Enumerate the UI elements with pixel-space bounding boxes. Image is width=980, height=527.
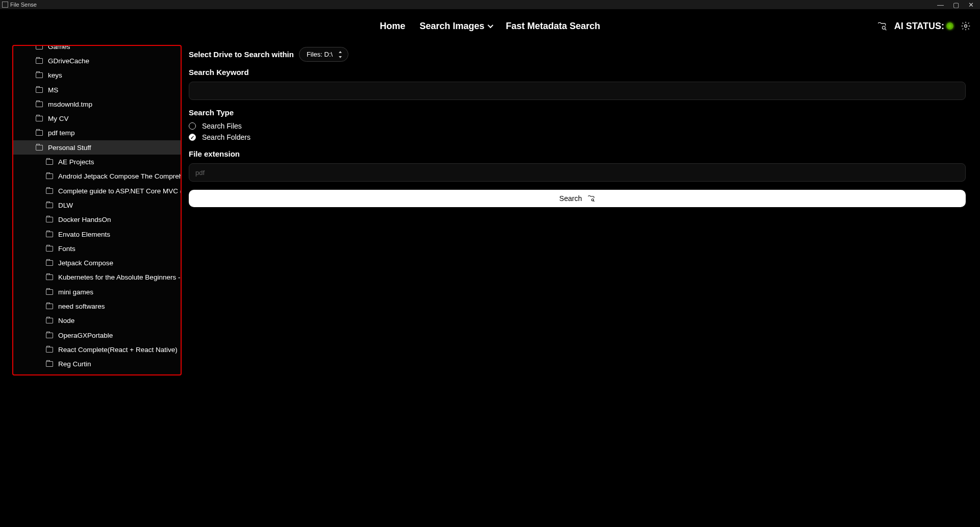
tree-item[interactable]: GDriveCache xyxy=(13,54,181,68)
tree-item-label: DLW xyxy=(58,202,73,209)
folder-icon xyxy=(46,361,53,367)
nav-fast-metadata[interactable]: Fast Metadata Search xyxy=(506,21,600,32)
tree-item[interactable]: Fonts xyxy=(13,241,181,256)
maximize-button[interactable]: ▢ xyxy=(953,2,959,8)
nav-home[interactable]: Home xyxy=(380,21,405,32)
tree-item[interactable]: DLW xyxy=(13,198,181,212)
folder-icon xyxy=(46,188,53,194)
spinner-icon xyxy=(338,51,343,58)
search-button-label: Search xyxy=(559,194,582,203)
ai-status: AI STATUS: xyxy=(894,21,953,32)
tree-item-label: Games xyxy=(48,45,70,51)
nav-search-images[interactable]: Search Images xyxy=(419,21,491,32)
ext-input[interactable] xyxy=(189,163,966,182)
radio-search-files[interactable]: Search Files xyxy=(189,122,966,130)
folder-icon xyxy=(46,173,53,179)
tree-item-label: Docker HandsOn xyxy=(58,216,111,223)
folder-icon xyxy=(46,203,53,208)
tree-item-label: Fonts xyxy=(58,245,76,253)
tree-item-label: msdownld.tmp xyxy=(48,101,92,108)
tree-item[interactable]: pdf temp xyxy=(13,126,181,140)
tree-item-label: AE Projects xyxy=(58,158,94,166)
tree-item[interactable]: Reg Curtin xyxy=(13,357,181,371)
keyword-input[interactable] xyxy=(189,82,966,100)
nav-home-label: Home xyxy=(380,21,405,32)
folder-icon xyxy=(46,217,53,222)
app-title: File Sense xyxy=(10,2,37,8)
tree-item-label: Reg Curtin xyxy=(58,360,91,368)
tree-item[interactable]: Jetpack Compose xyxy=(13,256,181,270)
tree-item[interactable]: MS xyxy=(13,83,181,97)
window-controls: — ▢ ✕ xyxy=(937,2,978,8)
radio-search-folders[interactable]: Search Folders xyxy=(189,133,966,141)
folder-tree[interactable]: GamesGDriveCachekeysMSmsdownld.tmpMy CVp… xyxy=(12,45,182,375)
keyword-label: Search Keyword xyxy=(189,68,966,77)
radio-icon xyxy=(189,122,196,130)
folder-icon xyxy=(46,274,53,280)
tree-item[interactable]: Games xyxy=(13,45,181,54)
tree-item[interactable]: Android Jetpack Compose The Comprehensiv… xyxy=(13,169,181,184)
app-icon xyxy=(2,2,8,8)
tree-item-label: Personal Stuff xyxy=(48,144,91,152)
folder-icon xyxy=(36,145,43,150)
tree-item-label: Kubernetes for the Absolute Beginners - … xyxy=(58,273,181,281)
search-type-label: Search Type xyxy=(189,108,966,117)
search-folder-icon[interactable] xyxy=(877,21,887,31)
close-button[interactable]: ✕ xyxy=(968,2,974,8)
tree-item-label: OperaGXPortable xyxy=(58,332,113,339)
tree-item[interactable]: mini games xyxy=(13,285,181,299)
folder-icon xyxy=(36,116,43,121)
tree-item-label: Android Jetpack Compose The Comprehensiv… xyxy=(58,172,181,180)
tree-item[interactable]: need softwares xyxy=(13,299,181,313)
tree-item-label: pdf temp xyxy=(48,129,75,137)
drive-select[interactable]: Files: D:\ xyxy=(299,47,348,62)
folder-icon xyxy=(36,87,43,93)
tree-item[interactable]: Complete guide to ASP.NET Core MVC (.NET… xyxy=(13,184,181,198)
tree-item[interactable]: Personal Stuff xyxy=(13,140,181,155)
tree-item-label: Node xyxy=(58,317,74,324)
tree-item[interactable]: msdownld.tmp xyxy=(13,97,181,111)
tree-item[interactable]: Node xyxy=(13,314,181,328)
tree-item-label: Envato Elements xyxy=(58,231,110,238)
titlebar: File Sense — ▢ ✕ xyxy=(0,0,980,9)
header: Home Search Images Fast Metadata Search … xyxy=(0,9,980,43)
radio-files-label: Search Files xyxy=(202,122,242,130)
svg-point-2 xyxy=(591,199,593,201)
tree-item-label: Jetpack Compose xyxy=(58,259,113,267)
folder-icon xyxy=(36,130,43,136)
search-button[interactable]: Search xyxy=(189,190,966,207)
radio-checked-icon xyxy=(189,134,196,141)
svg-point-1 xyxy=(965,25,967,28)
tree-item[interactable]: Docker HandsOn xyxy=(13,213,181,227)
tree-item[interactable]: Envato Elements xyxy=(13,227,181,241)
nav-search-images-label: Search Images xyxy=(419,21,484,32)
folder-icon xyxy=(46,318,53,323)
folder-icon xyxy=(36,45,43,49)
folder-icon xyxy=(36,72,43,78)
svg-point-0 xyxy=(882,26,885,29)
tree-item-label: MS xyxy=(48,86,58,94)
tree-item[interactable]: keys xyxy=(13,68,181,83)
folder-icon xyxy=(46,289,53,295)
folder-icon xyxy=(46,304,53,309)
tree-item-label: My CV xyxy=(48,115,69,122)
tree-item[interactable]: AE Projects xyxy=(13,155,181,169)
folder-icon xyxy=(46,333,53,338)
minimize-button[interactable]: — xyxy=(937,2,944,8)
tree-item-label: Complete guide to ASP.NET Core MVC (.NET… xyxy=(58,187,181,195)
tree-item-label: need softwares xyxy=(58,303,105,310)
folder-icon xyxy=(46,260,53,266)
tree-item[interactable]: Kubernetes for the Absolute Beginners - … xyxy=(13,270,181,285)
chevron-down-icon xyxy=(487,22,493,28)
drive-label: Select Drive to Search within xyxy=(189,50,294,59)
folder-icon xyxy=(46,347,53,353)
nav: Home Search Images Fast Metadata Search xyxy=(380,21,600,32)
gear-icon[interactable] xyxy=(961,21,971,31)
tree-item-label: keys xyxy=(48,71,62,79)
tree-item[interactable]: OperaGXPortable xyxy=(13,328,181,342)
tree-item[interactable]: My CV xyxy=(13,111,181,126)
radio-folders-label: Search Folders xyxy=(202,133,250,141)
search-folder-icon xyxy=(587,194,595,203)
tree-item[interactable]: React Complete(React + React Native) xyxy=(13,342,181,357)
tree-item-label: mini games xyxy=(58,288,93,296)
